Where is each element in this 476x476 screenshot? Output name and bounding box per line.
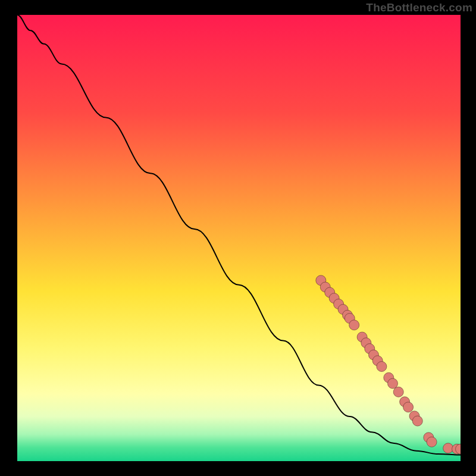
- data-marker: [393, 387, 403, 397]
- chart-container: TheBottleneck.com: [0, 0, 476, 476]
- plot-svg: [17, 15, 461, 461]
- plot-area: [17, 15, 461, 461]
- data-marker: [403, 402, 414, 412]
- data-marker: [427, 437, 437, 447]
- data-marker: [443, 443, 453, 453]
- data-marker: [412, 416, 422, 426]
- data-marker: [388, 378, 398, 389]
- data-marker: [349, 320, 359, 330]
- data-marker: [377, 362, 387, 372]
- watermark-text: TheBottleneck.com: [366, 1, 472, 14]
